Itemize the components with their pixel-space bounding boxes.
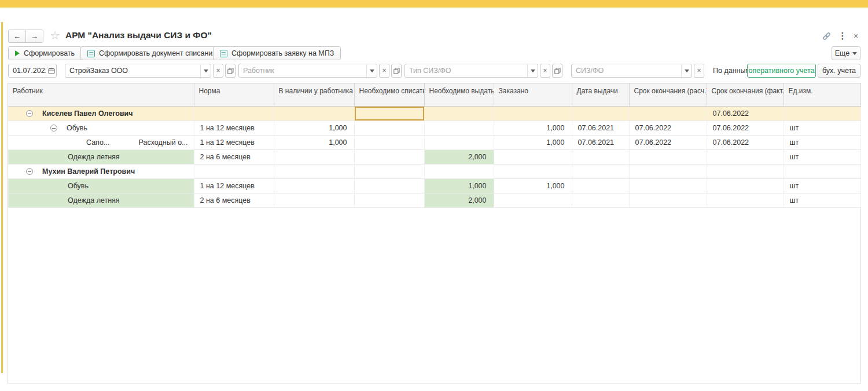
generate-writeoff-doc-button[interactable]: Сформировать документ списания xyxy=(80,46,223,60)
cell-in_stock[interactable] xyxy=(274,150,354,165)
employee-clear-button[interactable]: × xyxy=(379,64,389,78)
cell-writeoff[interactable] xyxy=(354,179,424,193)
siz-type-clear-button[interactable]: × xyxy=(540,64,550,78)
mode-operational-toggle[interactable]: оперативного учета xyxy=(747,64,816,78)
column-header-fact_end[interactable]: Срок окончания (факт.) xyxy=(707,83,784,107)
cell-ordered[interactable] xyxy=(494,165,572,179)
cell-unit[interactable]: шт xyxy=(784,136,860,150)
more-button[interactable]: Еще xyxy=(832,46,860,60)
cell-norma[interactable]: 2 на 6 месяцев xyxy=(194,193,274,208)
cell-to_issue[interactable]: 2,000 xyxy=(424,150,494,165)
cell-fact_end[interactable] xyxy=(707,165,784,179)
cell-name[interactable]: Обувь xyxy=(8,121,194,136)
column-header-issue_date[interactable]: Дата выдачи xyxy=(572,83,629,107)
dropdown-arrow-icon[interactable] xyxy=(366,64,377,77)
siz-clear-button[interactable]: × xyxy=(694,64,704,78)
generate-button[interactable]: Сформировать xyxy=(8,46,82,60)
mode-accounting-toggle[interactable]: бух. учета xyxy=(818,64,860,78)
cell-norma[interactable]: 1 на 12 месяцев xyxy=(194,136,274,150)
cell-calc_end[interactable] xyxy=(629,193,707,208)
cell-in_stock[interactable] xyxy=(274,179,354,193)
cell-to_issue[interactable]: 2,000 xyxy=(424,193,494,208)
collapse-icon[interactable] xyxy=(50,125,57,131)
cell-norma[interactable] xyxy=(194,165,274,179)
cell-norma[interactable]: 2 на 6 месяцев xyxy=(194,150,274,165)
cell-unit[interactable]: шт xyxy=(784,121,860,136)
cell-name[interactable]: Киселев Павел Олегович xyxy=(8,107,194,121)
calendar-icon[interactable] xyxy=(46,64,56,77)
cell-writeoff[interactable] xyxy=(354,193,424,208)
favorite-star-icon[interactable]: ☆ xyxy=(50,29,60,42)
cell-issue_date[interactable] xyxy=(572,107,629,121)
cell-to_issue[interactable] xyxy=(424,107,494,121)
cell-ordered[interactable] xyxy=(494,193,572,208)
cell-unit[interactable]: шт xyxy=(784,193,860,208)
column-header-to_issue[interactable]: Необходимо выдать xyxy=(424,83,494,107)
cell-calc_end[interactable] xyxy=(629,150,707,165)
cell-to_issue[interactable] xyxy=(424,136,494,150)
kebab-menu-icon[interactable]: ⋮ xyxy=(837,31,848,41)
column-header-in_stock[interactable]: В наличии у работника xyxy=(274,83,354,107)
cell-issue_date[interactable] xyxy=(572,150,629,165)
cell-in_stock[interactable]: 1,000 xyxy=(274,121,354,136)
siz-type-select[interactable]: Тип СИЗ/ФО xyxy=(404,64,538,78)
cell-calc_end[interactable] xyxy=(629,165,707,179)
cell-name[interactable]: Мухин Валерий Петрович xyxy=(8,165,194,179)
back-button[interactable]: ← xyxy=(8,30,26,43)
cell-in_stock[interactable] xyxy=(274,165,354,179)
cell-fact_end[interactable] xyxy=(707,179,784,193)
cell-name[interactable]: Одежда летняя xyxy=(8,150,194,165)
column-header-ordered[interactable]: Заказано xyxy=(494,83,572,107)
dropdown-arrow-icon[interactable] xyxy=(200,64,211,77)
cell-unit[interactable]: шт xyxy=(784,179,860,193)
cell-to_issue[interactable] xyxy=(424,165,494,179)
dropdown-arrow-icon[interactable] xyxy=(527,64,538,77)
cell-unit[interactable] xyxy=(784,165,860,179)
cell-unit[interactable] xyxy=(784,107,860,121)
cell-writeoff[interactable] xyxy=(354,150,424,165)
cell-ordered[interactable] xyxy=(494,150,572,165)
column-header-calc_end[interactable]: Срок окончания (расч.) xyxy=(629,83,707,107)
siz-select[interactable]: СИЗ/ФО xyxy=(571,64,692,78)
cell-in_stock[interactable]: 1,000 xyxy=(274,136,354,150)
organization-clear-button[interactable]: × xyxy=(213,64,223,78)
cell-issue_date[interactable] xyxy=(572,165,629,179)
get-link-icon[interactable] xyxy=(821,31,832,41)
cell-to_issue[interactable]: 1,000 xyxy=(424,179,494,193)
organization-select[interactable]: СтройЗаказ ООО xyxy=(65,64,211,78)
cell-issue_date[interactable]: 07.06.2021 xyxy=(572,136,629,150)
column-header-writeoff[interactable]: Необходимо списать xyxy=(354,83,424,107)
cell-in_stock[interactable] xyxy=(274,107,354,121)
cell-ordered[interactable]: 1,000 xyxy=(494,121,572,136)
cell-calc_end[interactable]: 07.06.2022 xyxy=(629,121,707,136)
employee-select[interactable]: Работник xyxy=(238,64,377,78)
dropdown-arrow-icon[interactable] xyxy=(681,64,692,77)
period-date-input[interactable]: 01.07.2021 xyxy=(8,64,57,78)
cell-fact_end[interactable] xyxy=(707,193,784,208)
column-header-name[interactable]: Работник xyxy=(8,83,194,107)
cell-to_issue[interactable] xyxy=(424,121,494,136)
close-icon[interactable]: × xyxy=(851,31,861,41)
cell-name[interactable]: Сапо...Расходный о... xyxy=(8,136,194,150)
cell-fact_end[interactable]: 07.06.2022 xyxy=(707,136,784,150)
collapse-icon[interactable] xyxy=(26,110,33,117)
cell-writeoff[interactable] xyxy=(354,136,424,150)
cell-calc_end[interactable] xyxy=(629,107,707,121)
employee-open-button[interactable] xyxy=(391,64,402,78)
cell-ordered[interactable]: 1,000 xyxy=(494,179,572,193)
cell-calc_end[interactable] xyxy=(629,179,707,193)
cell-norma[interactable] xyxy=(194,107,274,121)
column-header-norma[interactable]: Норма xyxy=(194,83,274,107)
cell-writeoff[interactable] xyxy=(354,121,424,136)
forward-button[interactable]: → xyxy=(25,30,43,43)
column-header-unit[interactable]: Ед.изм. xyxy=(784,83,860,107)
cell-norma[interactable]: 1 на 12 месяцев xyxy=(194,121,274,136)
cell-name[interactable]: Обувь xyxy=(8,179,194,193)
cell-ordered[interactable] xyxy=(494,107,572,121)
cell-norma[interactable]: 1 на 12 месяцев xyxy=(194,179,274,193)
cell-fact_end[interactable]: 07.06.2022 xyxy=(707,107,784,121)
cell-in_stock[interactable] xyxy=(274,193,354,208)
cell-fact_end[interactable] xyxy=(707,150,784,165)
generate-mpz-request-button[interactable]: Сформировать заявку на МПЗ xyxy=(213,46,341,60)
organization-open-button[interactable] xyxy=(225,64,236,78)
